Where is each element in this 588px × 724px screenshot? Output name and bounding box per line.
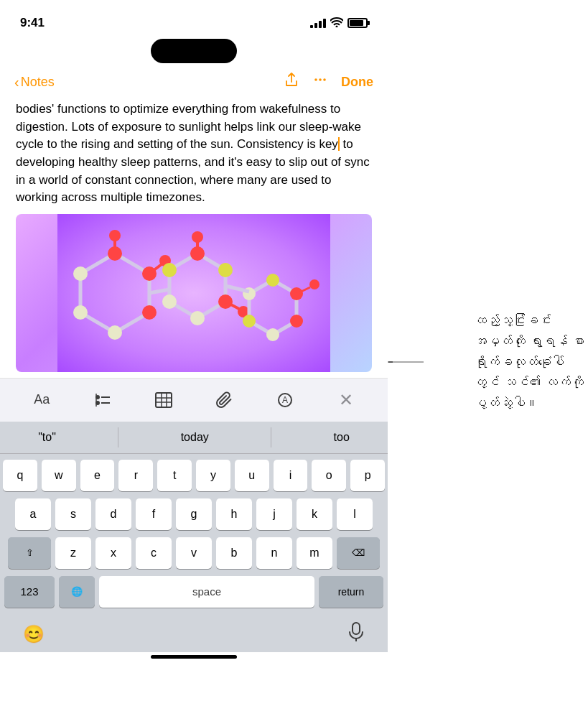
molecule-image (16, 214, 372, 372)
svg-point-27 (266, 274, 279, 287)
svg-point-21 (162, 263, 177, 277)
back-button[interactable]: ‹ Notes (14, 74, 55, 90)
annotation-text: ထည့်သွင်းခြင်းအမှတ်ကို ရွေးရန် စာရိုက်ခလ… (474, 310, 588, 414)
svg-point-17 (218, 263, 233, 277)
dynamic-island (151, 39, 237, 63)
done-button[interactable]: Done (341, 75, 373, 90)
key-b[interactable]: b (216, 537, 252, 569)
suggestion-to-quoted[interactable]: "to" (24, 428, 70, 447)
phone-screen: 9:41 ‹ (0, 0, 388, 724)
key-f[interactable]: f (136, 498, 172, 530)
nav-bar: ‹ Notes Done (0, 69, 388, 98)
svg-point-52 (388, 361, 393, 363)
svg-point-1 (319, 78, 322, 81)
key-u[interactable]: u (235, 460, 269, 491)
text-color-icon[interactable]: A (272, 387, 298, 413)
key-i[interactable]: i (274, 460, 308, 491)
list-format-icon[interactable] (90, 387, 116, 413)
mic-icon[interactable] (347, 622, 365, 646)
keyboard-row-2: a s d f g h j k l (3, 498, 385, 530)
keyboard-row-1: q w e r t y u i o p (3, 460, 385, 491)
key-c[interactable]: c (136, 537, 172, 569)
key-e[interactable]: e (80, 460, 115, 491)
svg-point-9 (73, 305, 88, 320)
toolbar-close-icon[interactable]: ✕ (333, 387, 359, 413)
svg-text:A: A (282, 395, 288, 405)
svg-point-23 (192, 231, 203, 243)
svg-rect-49 (353, 623, 360, 634)
note-text-before-cursor: bodies' functions to optimize everything… (16, 102, 361, 151)
key-j[interactable]: j (256, 498, 292, 530)
suggestion-divider-2 (271, 427, 271, 447)
svg-point-29 (290, 315, 303, 328)
svg-point-20 (162, 294, 177, 309)
svg-point-34 (309, 279, 319, 289)
key-r[interactable]: r (118, 460, 153, 491)
text-cursor (338, 137, 340, 151)
key-l[interactable]: l (337, 498, 373, 530)
annotation-area: ထည့်သွင်းခြင်းအမှတ်ကို ရွေးရန် စာရိုက်ခလ… (388, 0, 588, 724)
delete-key[interactable]: ⌫ (337, 537, 380, 569)
formatting-toolbar: Aa (0, 378, 388, 422)
svg-point-30 (266, 328, 279, 341)
key-w[interactable]: w (42, 460, 76, 491)
key-k[interactable]: k (297, 498, 332, 530)
svg-rect-42 (156, 393, 172, 407)
battery-icon (347, 18, 368, 28)
key-a[interactable]: a (15, 498, 51, 530)
key-n[interactable]: n (256, 537, 292, 569)
svg-point-7 (142, 305, 157, 320)
table-icon[interactable] (151, 387, 177, 413)
suggestion-divider-1 (118, 427, 118, 447)
nav-right-actions: Done (284, 72, 373, 92)
svg-point-0 (314, 78, 317, 81)
key-t[interactable]: t (157, 460, 192, 491)
suggestion-too[interactable]: too (319, 428, 364, 447)
key-d[interactable]: d (95, 498, 131, 530)
space-key[interactable]: space (99, 576, 314, 608)
svg-point-2 (323, 78, 326, 81)
key-q[interactable]: q (3, 460, 37, 491)
svg-point-12 (109, 230, 121, 241)
status-bar: 9:41 (0, 0, 388, 39)
back-label: Notes (21, 75, 55, 90)
key-p[interactable]: p (350, 460, 385, 491)
key-v[interactable]: v (176, 537, 212, 569)
keyboard-row-4: 123 🌐 space return (3, 576, 385, 608)
svg-point-10 (73, 266, 88, 281)
share-icon[interactable] (284, 72, 299, 92)
wifi-icon (330, 17, 343, 29)
key-x[interactable]: x (95, 537, 131, 569)
key-h[interactable]: h (216, 498, 252, 530)
svg-point-31 (243, 315, 256, 328)
key-g[interactable]: g (176, 498, 212, 530)
back-chevron-icon: ‹ (14, 74, 19, 90)
bottom-bar: 😊 (0, 618, 388, 652)
suggestions-bar: "to" today too (0, 422, 388, 454)
key-m[interactable]: m (297, 537, 332, 569)
key-y[interactable]: y (196, 460, 230, 491)
svg-point-19 (190, 311, 205, 325)
svg-point-8 (108, 325, 122, 340)
key-z[interactable]: z (55, 537, 91, 569)
suggestion-today[interactable]: today (167, 428, 223, 447)
key-o[interactable]: o (312, 460, 346, 491)
globe-key[interactable]: 🌐 (59, 576, 95, 608)
number-key[interactable]: 123 (4, 576, 55, 608)
key-s[interactable]: s (55, 498, 91, 530)
more-options-icon[interactable] (312, 72, 328, 92)
shift-key[interactable]: ⇧ (8, 537, 51, 569)
status-time: 9:41 (20, 16, 45, 30)
home-indicator (151, 655, 237, 659)
signal-icon (310, 18, 326, 28)
keyboard: q w e r t y u i o p a s d f g h j k l ⇧ … (0, 454, 388, 618)
font-format-icon[interactable]: Aa (29, 387, 55, 413)
attachment-icon[interactable] (211, 387, 237, 413)
emoji-icon[interactable]: 😊 (23, 624, 45, 644)
note-content[interactable]: bodies' functions to optimize everything… (0, 98, 388, 207)
keyboard-row-3: ⇧ z x c v b n m ⌫ (3, 537, 385, 569)
return-key[interactable]: return (319, 576, 383, 608)
status-icons (310, 17, 368, 29)
